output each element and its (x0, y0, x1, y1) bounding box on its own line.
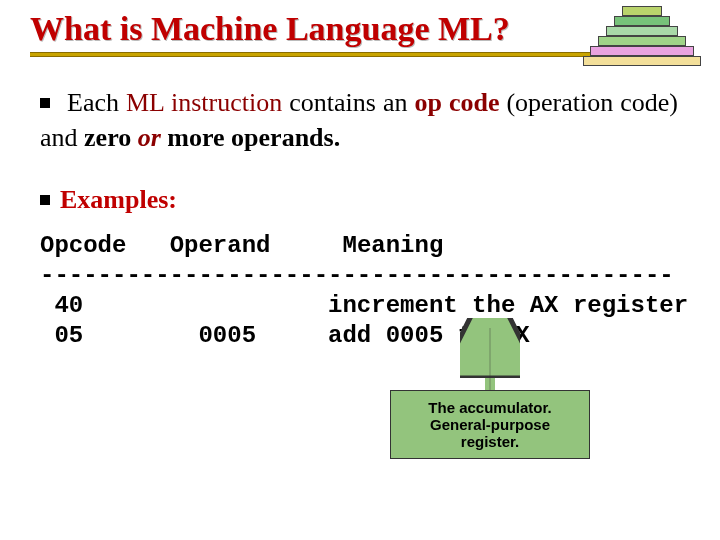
opcode-table: Opcode Operand Meaning -----------------… (40, 231, 690, 351)
callout-accumulator: The accumulator. General-purpose registe… (390, 390, 590, 459)
pyramid-layer (614, 16, 670, 26)
callout-line: The accumulator. (397, 399, 583, 416)
bullet-instruction: Each ML instruction contains an op code … (40, 85, 678, 155)
text: Each (67, 88, 119, 117)
text: op code (414, 88, 499, 117)
cell-opcode: 05 (54, 322, 83, 349)
text: zero (84, 123, 131, 152)
text: contains an (289, 88, 407, 117)
pyramid-layer (590, 46, 694, 56)
cell-operand: 0005 (198, 322, 256, 349)
text: more operands. (167, 123, 340, 152)
pyramid-layer (598, 36, 686, 46)
pyramid-layer (583, 56, 701, 66)
bullet-icon (40, 98, 50, 108)
callout-line: register. (397, 433, 583, 450)
arrow-icon (460, 318, 520, 398)
cell-meaning: increment the AX register (328, 292, 688, 319)
col-header: Meaning (342, 232, 443, 259)
examples-heading: Examples: (40, 185, 690, 215)
bullet-icon (40, 195, 50, 205)
callout-line: General-purpose (397, 416, 583, 433)
slide: What is Machine Language ML? Each ML ins… (0, 0, 720, 540)
text: instruction (171, 88, 282, 117)
col-header: Opcode (40, 232, 126, 259)
text: Examples: (60, 185, 177, 214)
divider: ----------------------------------------… (40, 262, 674, 289)
pyramid-layer (622, 6, 662, 16)
text: ML (126, 88, 164, 117)
pyramid-layer (606, 26, 678, 36)
text: or (138, 123, 161, 152)
pyramid-graphic (582, 6, 702, 74)
col-header: Operand (170, 232, 271, 259)
cell-opcode: 40 (54, 292, 83, 319)
